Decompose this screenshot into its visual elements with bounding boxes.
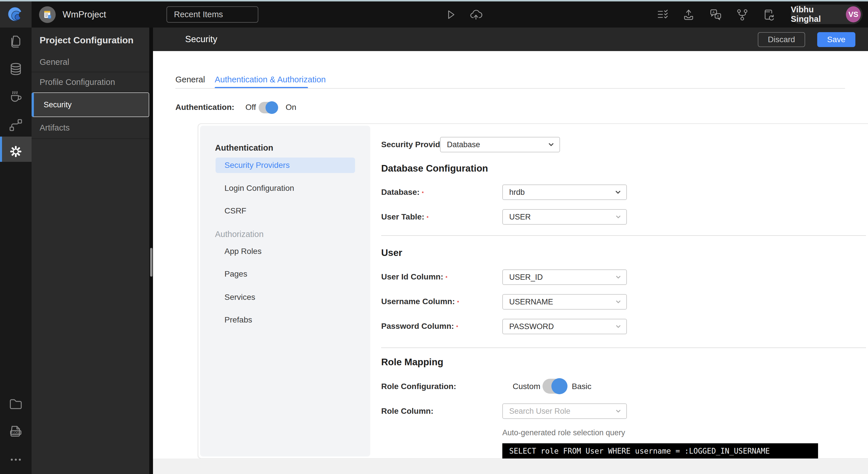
project-avatar-icon bbox=[42, 9, 53, 20]
rail-item-logs[interactable]: LOG bbox=[8, 424, 23, 439]
security-providers-card: Authentication Security Providers Login … bbox=[198, 123, 868, 459]
svg-text:A: A bbox=[712, 11, 715, 14]
user-table-value: USER bbox=[509, 213, 531, 222]
translate-icon: A a bbox=[709, 8, 722, 21]
localization-button[interactable]: A a bbox=[709, 8, 722, 21]
svg-text:a: a bbox=[717, 14, 719, 18]
subnav-item-pages[interactable]: Pages bbox=[224, 270, 247, 279]
authentication-label: Authentication: bbox=[175, 103, 234, 112]
play-icon bbox=[444, 8, 457, 21]
run-button[interactable] bbox=[444, 8, 457, 21]
rail-item-files[interactable] bbox=[8, 397, 23, 411]
subnav-item-csrf[interactable]: CSRF bbox=[224, 206, 246, 216]
config-item-security[interactable]: Security bbox=[32, 92, 149, 117]
discard-button[interactable]: Discard bbox=[758, 32, 805, 47]
subnav-item-login-configuration[interactable]: Login Configuration bbox=[224, 184, 294, 193]
rail-item-apis[interactable] bbox=[8, 118, 23, 132]
deploy-button[interactable] bbox=[469, 8, 482, 21]
project-name: WmProject bbox=[63, 9, 106, 20]
settings-gear-icon bbox=[8, 144, 23, 159]
database-configuration-heading: Database Configuration bbox=[381, 163, 488, 174]
folder-icon bbox=[8, 397, 23, 411]
checklist-icon bbox=[656, 8, 670, 21]
authentication-toggle-knob bbox=[266, 101, 278, 114]
user-id-column-select[interactable]: USER_ID bbox=[502, 270, 627, 285]
rail-item-java-services[interactable] bbox=[8, 89, 23, 104]
user-heading: User bbox=[381, 247, 402, 258]
subnav-item-services[interactable]: Services bbox=[224, 293, 255, 302]
role-selection-query: SELECT role FROM User WHERE username = :… bbox=[502, 443, 818, 459]
recent-items-dropdown[interactable]: Recent Items bbox=[166, 6, 258, 23]
subnav-item-app-roles[interactable]: App Roles bbox=[224, 247, 261, 256]
config-item-general[interactable]: General bbox=[32, 52, 149, 72]
query-caption: Auto-generated role selection query bbox=[502, 429, 625, 437]
scrollbar-handle[interactable] bbox=[150, 248, 152, 277]
required-asterisk: * bbox=[456, 325, 458, 330]
more-dots-icon bbox=[8, 452, 23, 467]
section-divider bbox=[381, 235, 866, 236]
user-menu[interactable]: Vibhu Singhal VS bbox=[791, 5, 863, 24]
apis-icon bbox=[8, 118, 23, 132]
config-item-profile-configuration[interactable]: Profile Configuration bbox=[32, 72, 149, 92]
device-preview-button[interactable] bbox=[762, 8, 775, 21]
rail-item-more[interactable] bbox=[8, 452, 23, 467]
chevron-down-icon bbox=[615, 323, 622, 330]
rail-item-settings[interactable] bbox=[8, 144, 23, 159]
authentication-toggle[interactable] bbox=[259, 102, 278, 113]
role-configuration-label: Role Configuration: bbox=[381, 382, 456, 391]
project-config-panel: Project Configuration General Profile Co… bbox=[32, 28, 149, 474]
chevron-down-icon bbox=[615, 274, 622, 281]
subnav-item-security-providers[interactable]: Security Providers bbox=[216, 158, 355, 173]
publish-button[interactable] bbox=[682, 8, 695, 21]
user-id-column-value: USER_ID bbox=[509, 273, 543, 282]
panel-title: Project Configuration bbox=[40, 35, 133, 45]
database-icon bbox=[8, 62, 23, 77]
security-provider-select[interactable]: Database bbox=[440, 137, 560, 152]
user-id-column-label: User Id Column:* bbox=[381, 272, 447, 282]
user-avatar: VS bbox=[846, 6, 861, 22]
authentication-off-label: Off bbox=[245, 103, 256, 112]
recent-items-label: Recent Items bbox=[174, 10, 223, 19]
page-header: Security Discard Save bbox=[153, 28, 868, 51]
tasks-button[interactable] bbox=[656, 8, 670, 21]
chevron-down-icon bbox=[614, 189, 622, 196]
user-table-select[interactable]: USER bbox=[502, 209, 627, 225]
username-column-select[interactable]: USERNAME bbox=[502, 294, 627, 310]
required-asterisk: * bbox=[427, 216, 428, 220]
chevron-down-icon bbox=[615, 298, 622, 305]
rail-item-database[interactable] bbox=[8, 62, 23, 77]
tabs-divider bbox=[175, 88, 845, 89]
section-divider bbox=[381, 347, 866, 348]
username-column-label: Username Column:* bbox=[381, 297, 459, 306]
role-column-select[interactable]: Search User Role bbox=[502, 403, 627, 419]
tab-general[interactable]: General bbox=[175, 75, 205, 84]
subnav-heading-authorization: Authorization bbox=[215, 229, 264, 239]
role-configuration-custom-label: Custom bbox=[513, 382, 540, 391]
role-mapping-heading: Role Mapping bbox=[381, 357, 443, 368]
topbar: WmProject Recent Items A a bbox=[0, 1, 868, 28]
chevron-down-icon bbox=[615, 214, 622, 220]
authentication-on-label: On bbox=[286, 103, 296, 112]
security-provider-label: Security Provider bbox=[381, 140, 448, 149]
chevron-down-icon bbox=[547, 141, 555, 148]
role-configuration-basic-label: Basic bbox=[572, 382, 591, 391]
java-coffee-icon bbox=[8, 89, 23, 104]
version-control-button[interactable] bbox=[736, 8, 749, 21]
config-item-artifacts[interactable]: Artifacts bbox=[32, 117, 149, 139]
subnav-item-prefabs[interactable]: Prefabs bbox=[224, 315, 252, 324]
publish-icon bbox=[682, 8, 695, 21]
role-column-label: Role Column: bbox=[381, 407, 433, 416]
save-button[interactable]: Save bbox=[817, 32, 856, 47]
user-table-label: User Table:* bbox=[381, 212, 429, 222]
password-column-select[interactable]: PASSWORD bbox=[502, 319, 627, 334]
rail-item-pages[interactable] bbox=[8, 34, 23, 49]
wavemaker-logo[interactable] bbox=[0, 1, 32, 28]
role-configuration-toggle[interactable] bbox=[542, 379, 567, 394]
database-select[interactable]: hrdb bbox=[502, 185, 627, 200]
role-column-placeholder: Search User Role bbox=[509, 407, 570, 416]
project-avatar[interactable] bbox=[39, 6, 56, 23]
required-asterisk: * bbox=[457, 300, 459, 305]
left-rail: LOG bbox=[0, 28, 32, 474]
rail-active-accent bbox=[0, 136, 2, 162]
tab-authentication-authorization[interactable]: Authentication & Authorization bbox=[215, 75, 326, 84]
